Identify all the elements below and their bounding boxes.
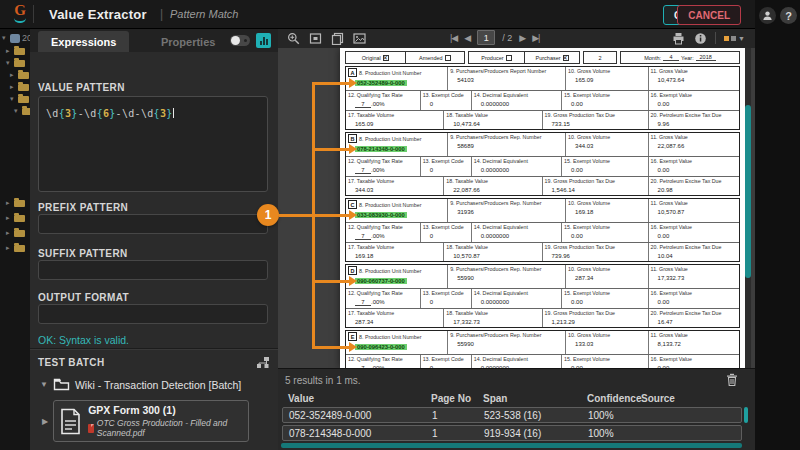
folder-icon — [14, 215, 25, 222]
next-page-button[interactable]: ▶ — [519, 33, 525, 43]
form-section-E: E8. Production Unit Number090-096423-0-0… — [345, 330, 740, 368]
value-pattern-label: VALUE PATTERN — [38, 82, 125, 93]
toggle-dot — [244, 39, 247, 42]
rail-tree-item[interactable]: ▸ — [6, 213, 25, 223]
topbar-divider — [33, 5, 34, 23]
matched-value-C[interactable]: 033-083930-0-000 — [355, 212, 407, 218]
col-header-span: Span — [483, 393, 507, 404]
panel-divider — [30, 348, 278, 350]
folder-icon — [18, 72, 29, 79]
title-separator: | — [160, 7, 163, 21]
page-subtitle: Pattern Match — [170, 8, 238, 20]
amended-checkbox — [445, 55, 451, 61]
rail-tree-item[interactable]: ▾ — [14, 106, 30, 116]
form-header-row: Original Amended Producer Purchaser 2 Mo… — [345, 51, 740, 64]
copy-pages-icon[interactable] — [330, 31, 344, 45]
batch-settings-icon[interactable] — [256, 356, 270, 369]
viewer-toolbar: |◀ ◀ 1 / 2 ▶ ▶| ▼ — [278, 28, 755, 49]
results-summary: 5 results in 1 ms. — [285, 375, 361, 386]
pdf-icon — [88, 424, 94, 433]
suffix-pattern-label: SUFFIX PATTERN — [38, 248, 128, 259]
rail-tree-item[interactable]: ▸ — [10, 70, 29, 80]
rail-tree-item[interactable]: ▾20 — [2, 33, 30, 43]
logo-letter: G — [9, 2, 31, 18]
form-section-B: B8. Production Unit Number078-214348-0-0… — [345, 132, 740, 196]
form-section-A: A8. Production Unit Number052-352489-0-0… — [345, 66, 740, 130]
form-section-D: D8. Production Unit Number090-060737-0-0… — [345, 264, 740, 328]
output-format-input[interactable] — [38, 304, 268, 324]
col-header-source: Source — [641, 393, 675, 404]
rail-tree-item[interactable]: ▸ — [10, 82, 29, 92]
last-page-button[interactable]: ▶| — [532, 33, 539, 43]
rail-tree-item[interactable]: ▸ — [6, 243, 25, 253]
chevron-right-icon[interactable]: ▶ — [42, 417, 48, 426]
month-year-cell: Month:4 Year:2018 — [621, 52, 739, 63]
tab-properties[interactable]: Properties — [148, 31, 228, 52]
suffix-pattern-input[interactable] — [38, 260, 268, 280]
result-row[interactable]: 078-214348-0-0001919-934 (16)100% — [282, 425, 742, 441]
prev-page-button[interactable]: ◀ — [464, 33, 470, 43]
document-viewer: |◀ ◀ 1 / 2 ▶ ▶| ▼ Original Amende — [278, 28, 755, 368]
results-vscroll-thumb[interactable] — [744, 407, 748, 423]
tab-expressions[interactable]: Expressions — [38, 31, 129, 52]
matched-value-D[interactable]: 090-060737-0-000 — [355, 278, 407, 284]
image-icon[interactable] — [352, 31, 366, 45]
trash-icon[interactable] — [726, 373, 738, 386]
folder-icon — [14, 230, 25, 237]
col-header-pageno: Page No — [431, 393, 471, 404]
col-header-confidence: Confidence — [587, 393, 641, 404]
document-canvas: Original Amended Producer Purchaser 2 Mo… — [278, 48, 755, 368]
cancel-button[interactable]: CANCEL — [677, 5, 741, 25]
rail-tree-item[interactable]: ▾ — [10, 94, 29, 104]
highlight-toggle[interactable] — [230, 35, 250, 46]
top-bar: G Value Extractor | Pattern Match OK CAN… — [0, 0, 755, 29]
help-icon[interactable]: ? — [780, 7, 797, 24]
user-icon[interactable] — [759, 7, 776, 24]
batch-folder-row[interactable]: ▼ Wiki - Transaction Detection [Batch] — [40, 378, 241, 391]
matched-value-A[interactable]: 052-352489-0-000 — [355, 80, 407, 86]
print-icon[interactable] — [671, 31, 685, 45]
zoom-icon[interactable] — [286, 31, 300, 45]
folder-icon — [22, 108, 30, 115]
results-hscroll-thumb[interactable] — [281, 443, 742, 448]
prefix-pattern-input[interactable] — [38, 214, 268, 234]
folder-icon — [14, 48, 25, 55]
report-count-cell: 2 — [584, 52, 616, 63]
rail-tree-item[interactable]: ▸ — [6, 198, 25, 208]
app-logo[interactable]: G — [9, 2, 31, 26]
page-number-input[interactable]: 1 — [477, 30, 495, 45]
col-header-value: Value — [288, 393, 314, 404]
viewer-scrollbar-thumb[interactable] — [745, 105, 751, 278]
view-layout-icon[interactable]: ▼ — [724, 35, 745, 42]
folder-icon — [18, 96, 29, 103]
file-subtitle: OTC Gross Production - Filled and Scanne… — [97, 418, 242, 438]
matched-value-E[interactable]: 090-096423-0-000 — [355, 344, 407, 350]
section-letter-badge: A — [348, 68, 357, 77]
info-icon[interactable] — [693, 31, 707, 45]
results-panel: 5 results in 1 ms. Value Page No Span Co… — [278, 368, 755, 450]
folder-icon — [53, 378, 70, 391]
matched-value-B[interactable]: 078-214348-0-000 — [355, 146, 407, 152]
rail-tree-item[interactable]: ▸ — [6, 46, 25, 56]
right-strip: ? — [755, 0, 800, 450]
fit-selection-icon[interactable] — [308, 31, 322, 45]
page-title: Value Extractor — [49, 7, 147, 22]
chart-icon[interactable] — [256, 33, 271, 48]
test-batch-label: TEST BATCH — [38, 357, 105, 368]
match-marker-1[interactable]: 1 — [257, 204, 279, 226]
toolbar-divider — [715, 32, 716, 44]
section-letter-badge: D — [348, 266, 357, 275]
rail-tree-item[interactable]: ▸ — [6, 228, 25, 238]
expressions-panel: Expressions Properties VALUE PATTERN \d{… — [30, 28, 278, 450]
first-page-button[interactable]: |◀ — [450, 33, 457, 43]
result-row[interactable]: 052-352489-0-0001523-538 (16)100% — [282, 407, 742, 423]
toggle-knob — [231, 36, 240, 45]
logo-wave-icon — [14, 18, 26, 23]
prefix-pattern-label: PREFIX PATTERN — [38, 202, 128, 213]
rail-tree-item[interactable]: ▾ — [6, 58, 25, 68]
value-pattern-input[interactable]: \d{3}-\d{6}-\d-\d{3} — [38, 96, 268, 192]
file-card[interactable]: GPX Form 300 (1) OTC Gross Production - … — [53, 400, 249, 442]
output-format-label: OUTPUT FORMAT — [38, 292, 129, 303]
panel-tabbar: Expressions Properties — [30, 28, 278, 52]
document-page: Original Amended Producer Purchaser 2 Mo… — [340, 48, 745, 368]
